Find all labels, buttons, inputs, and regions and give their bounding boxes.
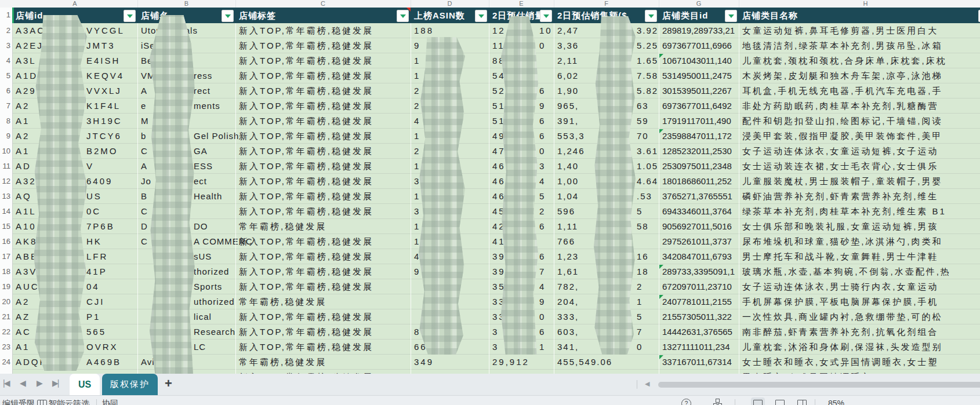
cell-category-names[interactable]: 女士运动装连衣裙,女士毛衣背心,女士俱乐 — [739, 159, 980, 174]
cell-store-tag[interactable]: 新入TOP,常年霸榜,稳健发展 — [235, 234, 411, 249]
cell-category-id[interactable]: 17919117011,490 — [659, 114, 739, 129]
cell-store-tag[interactable]: 新入TOP,常年霸榜,稳健发展 — [235, 114, 411, 129]
cell-store-tag[interactable]: 新入TOP,常年霸榜,稳健发展 — [235, 38, 411, 53]
column-letter-G[interactable]: G — [659, 0, 739, 8]
row-header-12[interactable]: 12 — [0, 174, 13, 189]
cell-category-id[interactable]: 6973677011,6966 — [659, 38, 739, 53]
cell-category-names[interactable]: 手机屏幕保护膜,平板电脑屏幕保护膜,手机 — [739, 294, 980, 309]
row-header-8[interactable]: 8 — [0, 114, 13, 129]
cell-category-id[interactable]: 9056927011,5016 — [659, 219, 739, 234]
row-header-22[interactable]: 22 — [0, 324, 13, 340]
cell-category-id[interactable]: 2530975011,2348 — [659, 159, 739, 174]
cell-category-names[interactable]: 儿童枕套,沐浴和身体刷,保湿袜,头发造型别 — [739, 340, 980, 355]
column-letter-C[interactable]: C — [235, 0, 411, 8]
first-sheet-button[interactable]: |◀ — [3, 378, 9, 388]
cell-store-tag[interactable]: 新入TOP,常年霸榜,稳健发展 — [235, 68, 411, 83]
cell-category-id[interactable]: 2975261011,3737 — [659, 234, 739, 249]
cell-category-id[interactable]: 337167011,67314 — [659, 355, 739, 370]
column-letter-B[interactable]: B — [137, 0, 236, 8]
cell-category-names[interactable]: 尿布堆垛机和球童,猫砂垫,冰淇淋勺,肉类和 — [739, 234, 980, 249]
row-header-9[interactable]: 9 — [0, 129, 13, 144]
cell-category-id[interactable]: 3420847011,6793 — [659, 249, 739, 264]
cell-store-tag[interactable]: 新入TOP,常年霸榜,稳健发展 — [235, 279, 411, 294]
cell-category-id[interactable]: 2407781011,2155 — [659, 294, 739, 309]
cell-category-id[interactable]: 6943346011,3764 — [659, 204, 739, 219]
cell-category-id[interactable]: 1285232011,2530 — [659, 144, 739, 159]
cell-store-tag[interactable]: 常年霸榜,稳健发展 — [235, 294, 411, 309]
cell-store-tag[interactable]: 新入TOP,常年霸榜,稳健发展 — [235, 98, 411, 114]
column-header-H[interactable]: 店铺类目名称 — [739, 8, 980, 23]
cell-store-tag[interactable]: 新入TOP,常年霸榜,稳健发展 — [235, 189, 411, 204]
cell-category-names[interactable]: 女子运动连体泳衣,男士骑行内衣,女童运动 — [739, 279, 980, 294]
filter-button-A[interactable] — [124, 10, 136, 22]
cell-category-names[interactable]: 南非醉茄,虾青素营养补充剂,抗氧化剂组合 — [739, 324, 980, 340]
cell-category-id[interactable]: 18018686011,252 — [659, 174, 739, 189]
cell-category-names[interactable]: 儿童枕套,颈枕和颈枕,合身床单,床枕套,床枕 — [739, 53, 980, 68]
cell-category-id[interactable]: 3015395011,2267 — [659, 83, 739, 98]
cell-category-names[interactable]: 女童运动短裤,鼻耳毛修剪器,男士医用白大 — [739, 23, 980, 38]
column-header-B[interactable]: 店铺名 — [137, 8, 235, 23]
last-sheet-button[interactable]: ▶| — [52, 378, 58, 388]
cell-category-names[interactable]: 女士俱乐部和晚装礼服,女童运动短裤,男孩 — [739, 219, 980, 234]
row-header-1[interactable]: 1 — [0, 8, 13, 24]
cell-store-tag[interactable]: 新入TOP,常年霸榜,稳健发展 — [235, 174, 411, 189]
cell-asin-count[interactable]: 349 — [411, 355, 489, 370]
row-header-16[interactable]: 16 — [0, 234, 13, 250]
column-letter-F[interactable]: F — [554, 0, 659, 8]
cell-category-id[interactable]: 10671043011,140 — [659, 53, 739, 68]
cell-store-tag[interactable]: 新入TOP,常年霸榜,稳健发展 — [235, 309, 411, 324]
cell-category-names[interactable]: 女士睡衣和睡衣,女式异国情调睡衣,女士塑 — [739, 355, 980, 370]
cell-category-names[interactable]: 男士摩托车和战斗靴,女童舞鞋,男士牛津鞋 — [739, 249, 980, 264]
column-header-C[interactable]: 店铺标签 — [235, 8, 411, 23]
filter-button-C[interactable] — [397, 10, 409, 22]
horizontal-scrollbar-thumb[interactable] — [658, 382, 980, 388]
status-item[interactable]: 智能云筛选 — [49, 399, 89, 405]
status-item[interactable]: 协同 — [102, 399, 118, 405]
cell-category-id[interactable]: 13271111011,234 — [659, 340, 739, 355]
filter-button-G[interactable] — [725, 10, 737, 22]
row-header-19[interactable]: 19 — [0, 279, 13, 295]
cell-store-tag[interactable]: 新入TOP,常年霸榜,稳健发展 — [235, 324, 411, 340]
cell-category-names[interactable]: 地毯清洁剂,绿茶草本补充剂,男孩吊坠,冰箱 — [739, 38, 980, 53]
cell-category-id[interactable]: 14442631,376565 — [659, 324, 739, 340]
row-header-10[interactable]: 10 — [0, 144, 13, 159]
hscroll-left-arrow[interactable]: ◀ — [645, 380, 649, 388]
view-normal-button[interactable] — [751, 397, 765, 405]
row-header-2[interactable]: 2 — [0, 23, 13, 39]
cell-category-names[interactable]: 磷虾油营养补充剂,虾青素营养补充剂,维生 — [739, 189, 980, 204]
cell-category-names[interactable]: 耳机盒,手机无线充电器,手机汽车充电器,手 — [739, 83, 980, 98]
cell-category-id[interactable]: 6973677011,6492 — [659, 98, 739, 114]
column-letter-H[interactable]: H — [739, 0, 980, 8]
cell-category-id[interactable]: 3765271,3765551 — [659, 189, 739, 204]
zoom-level[interactable]: 85% — [828, 399, 844, 405]
next-sheet-button[interactable]: ▶ — [37, 378, 42, 388]
cell-category-id[interactable]: 5314950011,2475 — [659, 68, 739, 83]
cell-category-names[interactable]: 绿茶草本补充剂,肉桂草本补充剂,维生素 B1 — [739, 204, 980, 219]
sheet-tab-us[interactable]: US — [70, 374, 100, 395]
row-header-14[interactable]: 14 — [0, 204, 13, 220]
view-page-layout-button[interactable] — [773, 397, 787, 405]
column-letter-E[interactable]: E — [489, 0, 554, 8]
cell-store-tag[interactable]: 常年霸榜,稳健发展 — [235, 355, 411, 370]
filter-button-D[interactable] — [475, 10, 487, 22]
row-header-13[interactable]: 13 — [0, 189, 13, 205]
cell-category-id[interactable]: 21557305011,322 — [659, 309, 739, 324]
row-header-24[interactable]: 24 — [0, 355, 13, 370]
cell-store-tag[interactable]: 新入TOP,常年霸榜,稳健发展 — [235, 144, 411, 159]
row-header-21[interactable]: 21 — [0, 309, 13, 325]
cell-store-tag[interactable]: 新入TOP,常年霸榜,稳健发展 — [235, 129, 411, 144]
cell-category-names[interactable]: 配件和钥匙扣登山扣,绘图标记,干墙锚,阅读 — [739, 114, 980, 129]
status-item[interactable]: 编辑受限 — [2, 399, 35, 405]
cell-asin-count[interactable]: 188 — [411, 23, 489, 38]
row-header-17[interactable]: 17 — [0, 249, 13, 265]
filter-button-E[interactable] — [540, 10, 552, 22]
row-header-11[interactable]: 11 — [0, 159, 13, 174]
cell-store-tag[interactable]: 新入TOP,常年霸榜,稳健发展 — [235, 340, 411, 355]
filter-button-B[interactable] — [222, 10, 234, 22]
cell-category-id[interactable]: 289733,3395091,1 — [659, 264, 739, 279]
cell-category-names[interactable]: 玻璃水瓶,水壶,基本狗碗,不倒翁,水壶配件,热 — [739, 264, 980, 279]
cell-store-tag[interactable]: 新入TOP,常年霸榜,稳健发展 — [235, 83, 411, 98]
cell-category-names[interactable]: 浸美甲套装,假指甲凝胶,美甲装饰套件,美甲 — [739, 129, 980, 144]
cell-category-names[interactable]: 一次性炊具,商业罐内衬,急救绷带垫,可的松 — [739, 309, 980, 324]
row-header-23[interactable]: 23 — [0, 340, 13, 355]
